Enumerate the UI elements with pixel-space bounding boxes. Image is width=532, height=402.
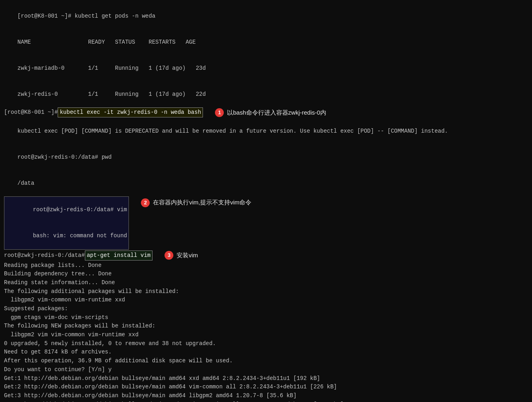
line-text: NAME READY STATUS RESTARTS AGE	[18, 39, 196, 45]
terminal-line-19: The following NEW packages will be insta…	[4, 322, 528, 331]
terminal-lines-9-10: root@zwkj-redis-0:/data# vim bash: vim: …	[4, 196, 528, 249]
terminal-line-28: Get:4 http://deb.debian.org/debian bulls…	[4, 400, 528, 402]
terminal-line-24: Do you want to continue? [Y/n] y	[4, 366, 528, 374]
cmd-exec-highlight: kubectl exec -it zwkj-redis-0 -n weda ba…	[58, 107, 203, 117]
terminal-line-2: NAME READY STATUS RESTARTS AGE	[4, 29, 528, 55]
line-text: After this operation, 36.9 MB of additio…	[4, 358, 233, 364]
line-text: Need to get 8174 kB of archives.	[4, 349, 112, 355]
terminal-line-18: gpm ctags vim-doc vim-scripts	[4, 313, 528, 322]
line-text: libgpm2 vim-common vim-runtime xxd	[4, 297, 125, 303]
terminal-line-11: root@zwkj-redis-0:/data# apt-get install…	[4, 250, 528, 261]
terminal-line-1: [root@K8-001 ~]# kubectl get pods -n wed…	[4, 3, 528, 29]
terminal-line-17: Suggested packages:	[4, 305, 528, 313]
terminal-line-25: Get:1 http://deb.debian.org/debian bulls…	[4, 374, 528, 383]
line-text: Building dependency tree... Done	[4, 271, 112, 277]
terminal-window: [root@K8-001 ~]# kubectl get pods -n wed…	[0, 0, 532, 402]
line-text: Suggested packages:	[4, 305, 68, 312]
terminal-line-4: zwkj-redis-0 1/1 Running 1 (17d ago) 22d	[4, 81, 528, 107]
apt-install-highlight: apt-get install vim	[85, 250, 153, 261]
terminal-line-21: 0 upgraded, 5 newly installed, 0 to remo…	[4, 339, 528, 348]
line-text: [root@K8-001 ~]# kubectl get pods -n wed…	[18, 13, 155, 19]
terminal-line-27: Get:3 http://deb.debian.org/debian bulls…	[4, 392, 528, 400]
line-text: Get:2 http://deb.debian.org/debian bulls…	[4, 384, 337, 390]
annotation-bubble-1: 1	[215, 108, 224, 117]
line-text: zwkj-mariadb-0 1/1 Running 1 (17d ago) 2…	[18, 65, 206, 71]
terminal-line-20: libgpm2 vim vim-common vim-runtime xxd	[4, 331, 528, 339]
terminal-line-15: The following additional packages will b…	[4, 287, 528, 296]
line-text: Reading package lists... Done	[4, 262, 102, 269]
line-text: 0 upgraded, 5 newly installed, 0 to remo…	[4, 340, 216, 347]
annotation-bubble-2: 2	[141, 198, 150, 207]
annotation-text-1: 以bash命令行进入容器zwkj-redis-0内	[227, 108, 326, 117]
annotation-text-2: 在容器内执行vim,提示不支持vim命令	[153, 198, 251, 207]
line-text: kubectl exec [POD] [COMMAND] is DEPRECAT…	[18, 128, 448, 134]
terminal-line-8: /data	[4, 170, 528, 196]
terminal-line-5: [root@K8-001 ~]# kubectl exec -it zwkj-r…	[4, 107, 528, 117]
line-text: The following NEW packages will be insta…	[4, 323, 155, 329]
terminal-line-26: Get:2 http://deb.debian.org/debian bulls…	[4, 383, 528, 392]
line-text: root@zwkj-redis-0:/data# vim	[33, 206, 127, 213]
terminal-line-14: Reading state information... Done	[4, 279, 528, 287]
line-text: The following additional packages will b…	[4, 288, 179, 295]
terminal-line-16: libgpm2 vim-common vim-runtime xxd	[4, 296, 528, 305]
terminal-line-13: Building dependency tree... Done	[4, 270, 528, 279]
line-text: Get:1 http://deb.debian.org/debian bulls…	[4, 375, 320, 382]
line-text: Get:3 http://deb.debian.org/debian bulls…	[4, 392, 297, 399]
terminal-line-22: Need to get 8174 kB of archives.	[4, 348, 528, 357]
line-text: root@zwkj-redis-0:/data# pwd	[18, 154, 112, 160]
line-text: zwkj-redis-0 1/1 Running 1 (17d ago) 22d	[18, 91, 206, 97]
annotation-bubble-3: 3	[165, 251, 173, 260]
line-text: gpm ctags vim-doc vim-scripts	[4, 314, 108, 321]
line-text: Do you want to continue? [Y/n] y	[4, 366, 112, 373]
line-text-prefix: root@zwkj-redis-0:/data#	[4, 251, 85, 260]
terminal-line-6: kubectl exec [POD] [COMMAND] is DEPRECAT…	[4, 118, 528, 144]
line-text: [root@K8-001 ~]#	[4, 108, 58, 117]
terminal-line-12: Reading package lists... Done	[4, 261, 528, 270]
line-text: /data	[18, 180, 34, 186]
annotation-text-3: 安装vim	[177, 251, 198, 260]
line-text: bash: vim: command not found	[33, 232, 127, 239]
terminal-line-3: zwkj-mariadb-0 1/1 Running 1 (17d ago) 2…	[4, 55, 528, 81]
terminal-line-9: root@zwkj-redis-0:/data# vim	[6, 197, 127, 223]
terminal-line-23: After this operation, 36.9 MB of additio…	[4, 357, 528, 366]
terminal-line-10: bash: vim: command not found	[6, 223, 127, 249]
line-text: libgpm2 vim vim-common vim-runtime xxd	[4, 331, 139, 338]
line-text: Reading state information... Done	[4, 279, 115, 286]
terminal-line-7: root@zwkj-redis-0:/data# pwd	[4, 144, 528, 170]
